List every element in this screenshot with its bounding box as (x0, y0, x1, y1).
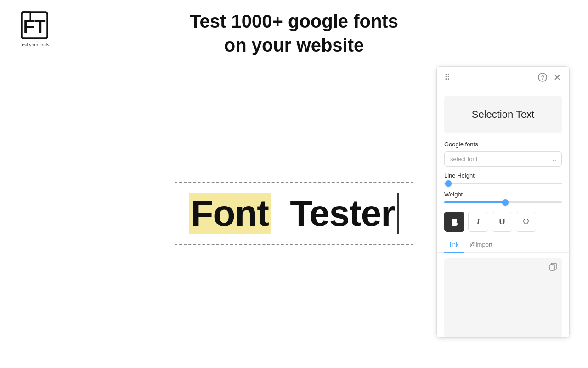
svg-text:FT: FT (23, 16, 46, 37)
copy-icon (549, 263, 557, 271)
italic-icon: I (477, 217, 479, 227)
logo-text: Test your fonts (19, 42, 49, 47)
tab-import[interactable]: @import (464, 237, 498, 253)
close-icon (553, 73, 562, 82)
line-height-thumb[interactable] (445, 180, 452, 187)
help-button[interactable]: ? (538, 73, 547, 82)
bold-button[interactable] (444, 212, 464, 232)
header: FT Test your fonts Test 1000+ google fon… (0, 0, 588, 66)
close-button[interactable] (553, 73, 562, 82)
style-buttons: I U Ω (437, 208, 569, 237)
panel-topbar: ⠿ ? (437, 67, 569, 88)
font-select[interactable]: select font (444, 151, 562, 167)
header-title-line2: on your website (190, 33, 398, 57)
font-select-wrapper: select font ⌄ (444, 151, 562, 167)
weight-thumb[interactable] (502, 199, 509, 206)
tab-link[interactable]: link (444, 237, 464, 253)
copy-button[interactable] (549, 263, 557, 273)
weight-label: Weight (444, 191, 562, 198)
omega-button[interactable]: Ω (516, 212, 536, 232)
line-height-track (444, 183, 562, 184)
dashed-text-box[interactable]: Font Tester (175, 182, 414, 245)
panel-topbar-actions: ? (538, 73, 562, 82)
svg-rect-9 (550, 264, 555, 270)
google-fonts-section: Google fonts select font ⌄ (437, 141, 569, 172)
help-icon: ? (538, 73, 547, 82)
font-panel: ⠿ ? Selection Text Goog (436, 66, 570, 338)
panel-tabs: link @import (437, 237, 569, 253)
logo: FT Test your fonts (18, 9, 51, 47)
google-fonts-label: Google fonts (444, 141, 562, 148)
svg-text:?: ? (541, 74, 544, 81)
underline-button[interactable]: U (492, 212, 512, 232)
font-text-highlight: Font (189, 193, 271, 234)
line-height-section: Line Height (437, 172, 569, 191)
header-title: Test 1000+ google fonts on your website (190, 9, 398, 57)
main-area: Font Tester ⠿ ? (0, 66, 588, 361)
weight-track (444, 201, 562, 203)
code-area (444, 258, 562, 337)
header-title-line1: Test 1000+ google fonts (190, 9, 398, 33)
weight-section: Weight (437, 191, 569, 208)
weight-track-filled (444, 201, 505, 203)
italic-button[interactable]: I (468, 212, 488, 232)
logo-icon: FT (18, 9, 51, 41)
bold-icon (450, 217, 459, 226)
font-text-plain: Tester (290, 193, 395, 234)
text-cursor (397, 193, 399, 234)
line-height-label: Line Height (444, 172, 562, 179)
drag-icon[interactable]: ⠿ (444, 72, 450, 82)
underline-icon: U (499, 217, 505, 227)
omega-icon: Ω (523, 217, 529, 227)
selection-text-box: Selection Text (444, 96, 562, 133)
font-text-display: Font Tester (189, 192, 395, 235)
